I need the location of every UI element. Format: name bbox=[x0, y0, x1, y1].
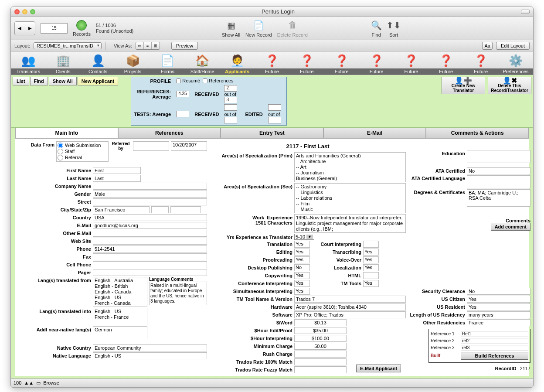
education-field[interactable] bbox=[467, 150, 530, 163]
delete-record-translator-button[interactable]: 👤✖Delete This Record/Translator bbox=[488, 77, 531, 94]
security-clearance-field[interactable]: No bbox=[467, 288, 530, 295]
website-field[interactable] bbox=[93, 238, 207, 245]
hr-interp-field[interactable]: $100.00 bbox=[294, 335, 347, 342]
lang-comments-field[interactable]: Raised in a multi-lingual family; educat… bbox=[149, 282, 207, 305]
nav-clients[interactable]: 🏢Clients bbox=[46, 53, 81, 75]
langs-into-field[interactable]: English - US French - France bbox=[93, 308, 147, 325]
spec-sec-field[interactable]: -- Gastronomy -- Linguistics -- Labor re… bbox=[294, 183, 406, 213]
us-citizen-field[interactable]: Yes bbox=[467, 296, 530, 303]
html-field[interactable] bbox=[363, 272, 379, 279]
data-from-staff[interactable] bbox=[58, 149, 63, 154]
sort-button[interactable]: ⬆⬇Sort bbox=[388, 19, 400, 37]
nav-future-1[interactable]: ❓Future bbox=[255, 53, 289, 75]
reference1-field[interactable]: Ref1 bbox=[461, 331, 528, 337]
tab-main-info[interactable]: Main Info bbox=[15, 128, 118, 138]
received2-field[interactable] bbox=[224, 104, 237, 111]
reference3-field[interactable]: ref3 bbox=[461, 345, 528, 351]
last-name-field[interactable]: Last bbox=[93, 175, 141, 182]
edited-field[interactable] bbox=[268, 104, 281, 111]
trados-fuzzy-field[interactable] bbox=[294, 366, 347, 373]
company-field[interactable] bbox=[93, 183, 207, 190]
nav-translators[interactable]: 👥Translators bbox=[11, 53, 46, 75]
email-applicant-button[interactable]: E-Mail Applicant bbox=[356, 365, 401, 372]
conf-interp-field[interactable]: Yes bbox=[294, 280, 310, 287]
find-action-button[interactable]: Find bbox=[30, 77, 48, 85]
new-applicant-button[interactable]: New Applicant bbox=[78, 77, 118, 85]
court-interp-field[interactable] bbox=[363, 241, 379, 248]
pager-field[interactable] bbox=[93, 269, 207, 276]
nav-future-6[interactable]: ❓Future bbox=[428, 53, 463, 75]
new-record-button[interactable]: 📄New Record bbox=[245, 19, 272, 37]
received2-outof-field[interactable] bbox=[224, 117, 237, 123]
spec-prim-field[interactable]: Arts and Humanities (General) -- Archite… bbox=[294, 152, 406, 182]
work-exp-field[interactable]: 1990--Now Independent translator and int… bbox=[294, 214, 406, 233]
zoom-value[interactable]: 100 bbox=[14, 380, 21, 385]
tab-email[interactable]: E-Mail bbox=[323, 128, 426, 138]
tests-avg-field[interactable] bbox=[176, 111, 189, 117]
layout-select[interactable]: RESUMES_tr...mpTransID bbox=[34, 42, 102, 49]
ata-lang-field[interactable] bbox=[467, 175, 530, 188]
references-avg-field[interactable]: 4.25 bbox=[176, 91, 189, 97]
localization-field[interactable]: Yes bbox=[363, 264, 379, 271]
langs-from-field[interactable]: English - Australia English - British En… bbox=[93, 277, 147, 307]
add-comment-button[interactable]: Add comment bbox=[491, 223, 530, 231]
nav-future-3[interactable]: ❓Future bbox=[324, 53, 359, 75]
fax-field[interactable] bbox=[93, 253, 207, 260]
find-button[interactable]: 🔍Find bbox=[370, 19, 382, 37]
state-field[interactable] bbox=[151, 206, 169, 213]
translation-field[interactable]: Yes bbox=[294, 241, 310, 248]
record-nav-arrows[interactable]: ◀▶ bbox=[14, 21, 35, 35]
nav-preferences[interactable]: ⚙️Preferences bbox=[498, 53, 533, 75]
native-lang-field[interactable]: English - US bbox=[93, 352, 207, 359]
phone-field[interactable]: 514-2541 bbox=[93, 245, 207, 252]
sim-interp-field[interactable]: Yes bbox=[294, 288, 310, 295]
show-all-button[interactable]: ▦Show All bbox=[222, 19, 240, 37]
nav-forms[interactable]: 📄Forms bbox=[150, 53, 185, 75]
references-checkbox[interactable] bbox=[203, 78, 207, 83]
editing-field[interactable]: Yes bbox=[294, 249, 310, 256]
font-size-button[interactable]: Aa bbox=[482, 42, 492, 50]
ata-cert-field[interactable]: No bbox=[467, 167, 530, 174]
proofreading-field[interactable]: Yes bbox=[294, 256, 310, 263]
zoom-triangle-icon[interactable]: ▲▲ bbox=[24, 380, 34, 385]
cell-field[interactable] bbox=[93, 261, 207, 268]
tab-references[interactable]: References bbox=[118, 128, 221, 138]
referred-date-field[interactable]: 10/20/2007 bbox=[171, 141, 207, 151]
street-field[interactable] bbox=[93, 198, 207, 205]
tab-comments-actions[interactable]: Comments & Actions bbox=[426, 128, 529, 138]
country-field[interactable]: USA bbox=[93, 214, 207, 221]
trados-100-field[interactable] bbox=[294, 358, 347, 365]
degrees-field[interactable]: BA; MA; Cambridge U.; RSA Celta bbox=[467, 189, 530, 207]
delete-record-button[interactable]: 🗑Delete Record bbox=[277, 19, 308, 37]
min-charge-field[interactable]: 50.00 bbox=[294, 343, 347, 350]
voiceover-field[interactable]: Yes bbox=[363, 256, 379, 263]
us-resident-field[interactable]: Yes bbox=[467, 303, 530, 310]
nav-future-2[interactable]: ❓Future bbox=[289, 53, 324, 75]
zip-field[interactable] bbox=[170, 206, 201, 213]
email-field[interactable]: goodluck@lucas.org bbox=[93, 222, 207, 229]
rush-charge-field[interactable] bbox=[294, 351, 347, 358]
copywriting-field[interactable]: Yes bbox=[294, 272, 310, 279]
nav-future-5[interactable]: ❓Future bbox=[394, 53, 428, 75]
nav-projects[interactable]: 📦Projects bbox=[116, 53, 150, 75]
transcribing-field[interactable]: Yes bbox=[363, 249, 379, 256]
native-country-field[interactable]: European Community bbox=[93, 344, 207, 351]
gender-field[interactable]: Male bbox=[93, 191, 207, 198]
per-word-field[interactable]: $0.13 bbox=[294, 319, 347, 326]
addl-lang-field[interactable]: German bbox=[93, 326, 147, 339]
nav-contacts[interactable]: 👤Contacts bbox=[81, 53, 116, 75]
first-name-field[interactable]: First bbox=[93, 167, 141, 174]
other-residencies-field[interactable]: France bbox=[467, 319, 530, 326]
record-slider[interactable]: 15 bbox=[41, 23, 68, 34]
data-from-radio-group[interactable]: Web Submission Staff Referral bbox=[56, 141, 109, 162]
received1-outof-field[interactable]: 3 bbox=[224, 97, 237, 103]
minimize-icon[interactable] bbox=[22, 9, 27, 14]
build-references-button[interactable]: Build References bbox=[461, 352, 528, 360]
edited-outof-field[interactable] bbox=[268, 117, 281, 123]
yrs-experience-select[interactable]: 5-10▼ bbox=[294, 234, 314, 240]
data-from-web[interactable] bbox=[58, 143, 63, 148]
view-mode-segment[interactable]: ▭≡⊞ bbox=[136, 42, 160, 50]
software-field[interactable]: XP Pro; Office; Trados bbox=[294, 311, 406, 318]
other-email-field[interactable] bbox=[93, 230, 207, 237]
nav-staff-home[interactable]: 🏠Staff/Home bbox=[185, 53, 220, 75]
